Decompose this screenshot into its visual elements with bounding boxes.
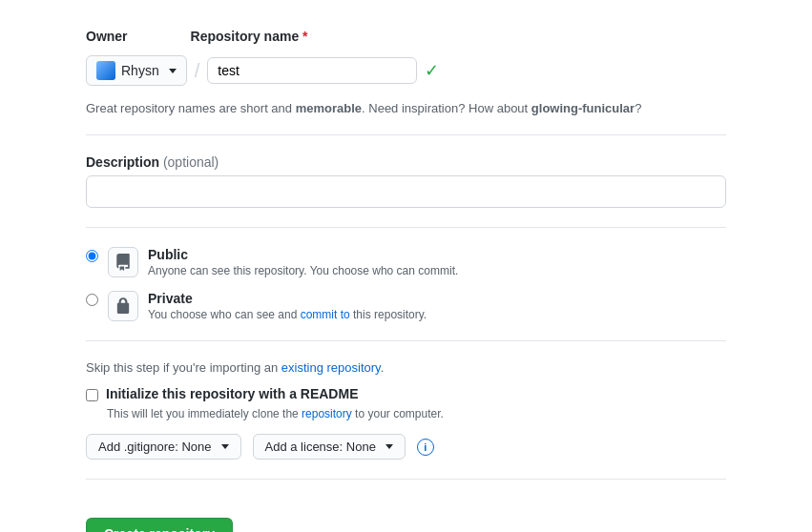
- private-title: Private: [148, 291, 427, 306]
- public-label-group: Public Anyone can see this repository. Y…: [148, 247, 458, 277]
- divider-3: [86, 340, 726, 341]
- owner-label: Owner: [86, 29, 128, 44]
- public-option[interactable]: Public Anyone can see this repository. Y…: [86, 247, 726, 277]
- repo-link[interactable]: repository: [302, 407, 352, 420]
- skip-text: Skip this step if you're importing an ex…: [86, 360, 726, 375]
- suggestion-text: Great repository names are short and mem…: [86, 101, 726, 115]
- info-icon[interactable]: i: [417, 439, 434, 456]
- visibility-group: Public Anyone can see this repository. Y…: [86, 247, 726, 321]
- existing-repo-link[interactable]: existing repository: [281, 360, 381, 375]
- required-marker: *: [302, 29, 307, 44]
- readme-label: Initialize this repository with a README: [106, 386, 358, 401]
- public-icon: [108, 247, 138, 277]
- public-subtitle: Anyone can see this repository. You choo…: [148, 264, 458, 277]
- license-dropdown[interactable]: Add a license: None: [253, 434, 406, 460]
- private-icon: [108, 291, 138, 321]
- gitignore-label: Add .gitignore: None: [98, 440, 212, 454]
- private-label-group: Private You choose who can see and commi…: [148, 291, 427, 321]
- slash-divider: /: [195, 60, 200, 82]
- readme-checkbox-row[interactable]: Initialize this repository with a README: [86, 386, 726, 401]
- gitignore-dropdown[interactable]: Add .gitignore: None: [86, 434, 241, 460]
- private-option[interactable]: Private You choose who can see and commi…: [86, 291, 726, 321]
- repo-name-label: Repository name *: [191, 29, 308, 44]
- license-label: Add a license: None: [265, 440, 376, 454]
- owner-dropdown-arrow: [169, 69, 177, 73]
- divider-4: [86, 479, 726, 480]
- repo-name-input[interactable]: [207, 57, 417, 84]
- divider-1: [86, 134, 726, 135]
- owner-avatar: [96, 61, 115, 80]
- valid-check-icon: ✓: [425, 60, 439, 81]
- readme-checkbox[interactable]: [86, 389, 98, 401]
- suggestion-name: glowing-funicular: [531, 101, 635, 115]
- private-radio[interactable]: [86, 294, 98, 306]
- create-repository-button[interactable]: Create repository: [86, 518, 233, 532]
- owner-select[interactable]: Rhysn: [86, 55, 187, 86]
- divider-2: [86, 227, 726, 228]
- commit-link[interactable]: commit to: [301, 308, 350, 321]
- license-arrow: [385, 444, 393, 449]
- private-subtitle: You choose who can see and commit to thi…: [148, 308, 427, 321]
- readme-desc: This will let you immediately clone the …: [107, 407, 726, 420]
- owner-name: Rhysn: [121, 63, 159, 78]
- description-input[interactable]: [86, 175, 726, 208]
- description-label: Description (optional): [86, 154, 219, 170]
- public-title: Public: [148, 247, 458, 262]
- gitignore-arrow: [221, 444, 229, 449]
- dropdown-row: Add .gitignore: None Add a license: None…: [86, 434, 726, 460]
- public-radio[interactable]: [86, 250, 98, 262]
- description-optional: (optional): [163, 154, 219, 170]
